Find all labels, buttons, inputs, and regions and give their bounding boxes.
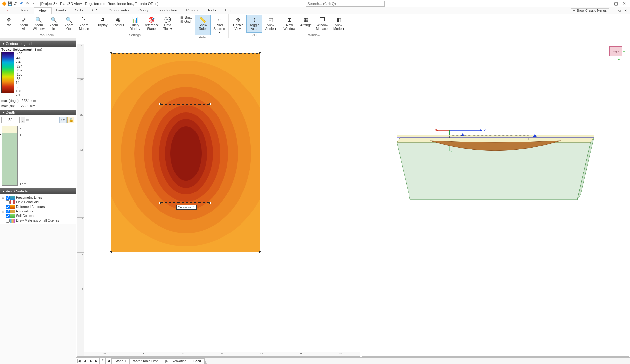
plan-view[interactable]: 302520 15105 0-5-10 <box>77 39 360 357</box>
show-classic-menus-button[interactable]: ≡ Show Classic Menus <box>571 8 609 13</box>
depth-unit: m <box>26 118 29 122</box>
new-window-icon: ⊞ <box>287 16 292 23</box>
soil-extent[interactable]: Excavation 1 <box>111 53 260 252</box>
legend-title: Total Settlement (mm) <box>1 48 74 51</box>
reference-stage-button[interactable]: 🎯ReferenceStage <box>143 15 159 33</box>
new-window-button[interactable]: ⊞NewWindow <box>282 15 297 33</box>
menu-results[interactable]: Results <box>181 7 203 14</box>
menu-tools[interactable]: Tools <box>203 7 220 14</box>
view-mode-button[interactable]: ◧ViewMode ▾ <box>331 15 346 33</box>
stage-first-icon[interactable]: |◀ <box>76 358 82 364</box>
data-tips-button[interactable]: 💬DataTips ▾ <box>160 15 176 33</box>
tab-stage1[interactable]: Stage 1 <box>111 358 130 364</box>
undo-icon[interactable]: ↶ <box>19 1 24 6</box>
center-view-button[interactable]: ✥CenterView <box>230 15 246 33</box>
depth-refresh-button[interactable]: ⟳ <box>59 117 67 123</box>
excavations-icon <box>10 210 15 213</box>
ruler-spacing-icon: ↔ <box>217 16 222 23</box>
display-button[interactable]: 🖥Display <box>94 15 110 33</box>
depth-header[interactable]: Depth <box>0 110 76 115</box>
arrange-icon: ▦ <box>304 16 308 23</box>
snap-toggle[interactable]: ▦Snap <box>180 16 192 19</box>
qat-dropdown-icon[interactable]: ▾ <box>31 1 36 6</box>
child-restore-icon[interactable]: ⧉ <box>617 9 622 13</box>
tab-r-excavation[interactable]: [R] Excavation <box>162 358 190 364</box>
search-input[interactable] <box>306 1 385 7</box>
depth-spinner[interactable]: ▴▾ <box>21 117 25 123</box>
print-icon[interactable]: 🖨 <box>13 1 18 6</box>
ruler-spacing-button[interactable]: ↔RulerSpacing ▾ <box>211 15 227 35</box>
stage-prev-icon[interactable]: ◀ <box>82 358 88 364</box>
stage-last-icon[interactable]: ▶| <box>94 358 100 364</box>
defc-checkbox[interactable] <box>6 205 10 209</box>
maximize-icon[interactable]: ▢ <box>614 1 618 6</box>
excavations-checkbox[interactable] <box>6 210 10 213</box>
zoom-in-button[interactable]: 🔍ZoomIn <box>47 15 61 33</box>
contour-button[interactable]: ◉Contour <box>111 15 126 33</box>
menu-view[interactable]: View <box>34 7 52 14</box>
stage-next-icon[interactable]: ▶ <box>88 358 94 364</box>
deformed-contours-icon <box>10 205 15 209</box>
close-icon[interactable]: ✕ <box>622 1 626 6</box>
expand-icon[interactable]: ⊞ <box>1 196 5 199</box>
piezo-checkbox[interactable] <box>6 196 10 200</box>
show-ruler-button[interactable]: 📏ShowRuler <box>195 15 211 35</box>
menu-cpt[interactable]: CPT <box>88 7 104 14</box>
depth-panel: ▴▾ m ⟳ 🔒 ▶ 0 2 17 m <box>0 115 76 188</box>
draw-materials-checkbox[interactable] <box>6 219 10 223</box>
excavation-outline[interactable] <box>160 104 210 203</box>
view-gizmo[interactable]: Right Y Z <box>607 44 624 61</box>
query-display-button[interactable]: 📊QueryDisplay <box>127 15 143 33</box>
child-close-icon[interactable]: ✕ <box>623 9 628 13</box>
svg-text:Y: Y <box>484 129 486 132</box>
contour-legend-panel: Total Settlement (mm) -490-418 -346-274 … <box>0 47 76 110</box>
menu-home[interactable]: Home <box>15 7 34 14</box>
view-angle-button[interactable]: ◱ViewAngle ▾ <box>263 15 279 33</box>
menu-soils[interactable]: Soils <box>71 7 88 14</box>
redo-icon[interactable]: ↷ <box>25 1 30 6</box>
menu-help[interactable]: Help <box>220 7 237 14</box>
piezo-icon <box>10 196 15 200</box>
3d-model[interactable]: X Y Z <box>362 124 629 210</box>
horizontal-ruler: -10 -5 0 5 10 15 20 <box>84 352 360 356</box>
menu-file[interactable]: File <box>0 7 15 14</box>
toggle-axes-button[interactable]: ⊹ToggleAxes <box>246 15 262 33</box>
minimize-icon[interactable]: — <box>605 1 609 6</box>
reference-stage-icon: 🎯 <box>148 16 155 23</box>
menu-bar: File Home View Loads Soils CPT Groundwat… <box>0 7 630 14</box>
save-icon[interactable]: 💾 <box>7 1 12 6</box>
window-manager-button[interactable]: 🗔WindowManager <box>314 15 330 33</box>
tab-water-table-drop[interactable]: Water Table Drop <box>129 358 162 364</box>
left-sidebar: Contour Legend Total Settlement (mm) -49… <box>0 38 76 364</box>
expand-icon[interactable]: ⊞ <box>1 214 5 218</box>
depth-marker-icon[interactable]: ▶ <box>0 132 2 136</box>
depth-lock-button[interactable]: 🔒 <box>67 117 74 123</box>
window-title: - [Project 3* - Plan/3D View - Registere… <box>38 2 158 6</box>
menu-query[interactable]: Query <box>134 7 153 14</box>
fpg-checkbox[interactable] <box>6 200 10 204</box>
depth-column[interactable] <box>2 126 18 186</box>
child-minimize-icon[interactable]: — <box>610 9 616 13</box>
menu-liquefaction[interactable]: Liquefaction <box>153 7 181 14</box>
zoom-all-button[interactable]: ⤢ZoomAll <box>16 15 31 33</box>
expand-icon[interactable]: ⊞ <box>1 210 5 213</box>
view-controls-header[interactable]: View Controls <box>0 188 76 194</box>
tab-load[interactable]: Load <box>190 358 205 364</box>
contour-icon: ◉ <box>116 16 121 23</box>
depth-input[interactable] <box>1 117 20 123</box>
soil-column-icon <box>10 214 15 218</box>
menu-loads[interactable]: Loads <box>52 7 71 14</box>
contour-legend-header[interactable]: Contour Legend <box>0 41 76 47</box>
zoom-window-button[interactable]: 🔍ZoomWindow <box>32 15 46 33</box>
pan-button[interactable]: ✥Pan <box>1 15 16 33</box>
zoom-out-button[interactable]: 🔍ZoomOut <box>62 15 76 33</box>
grid-toggle[interactable]: ⊞Grid <box>180 20 192 23</box>
3d-view[interactable]: Right Y Z X Y Z <box>362 39 629 357</box>
zoom-mouse-button[interactable]: 🖱ZoomMouse <box>77 15 91 33</box>
menu-groundwater[interactable]: Groundwater <box>104 7 134 14</box>
stage-num-icon[interactable]: # <box>100 358 106 364</box>
stage-end-icon[interactable]: ◀ <box>106 358 112 364</box>
panel-toggle-icon[interactable] <box>565 9 569 13</box>
soil-column-checkbox[interactable] <box>6 214 10 218</box>
arrange-button[interactable]: ▦Arrange <box>298 15 314 33</box>
